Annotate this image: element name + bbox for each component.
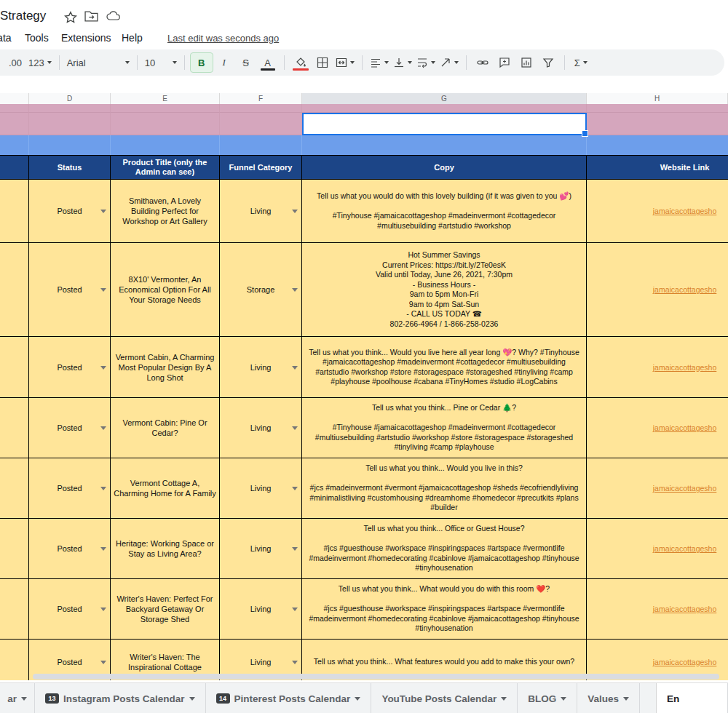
- menu-tools[interactable]: Tools: [25, 32, 49, 44]
- website-link[interactable]: jamaicacottagesho: [653, 484, 717, 493]
- title-cell[interactable]: Vermont Cabin, A Charming Most Popular D…: [111, 337, 220, 398]
- menu-data[interactable]: Data: [0, 32, 12, 44]
- text-wrap-button[interactable]: [414, 53, 438, 72]
- sheet-tab-active-partial[interactable]: En: [656, 683, 728, 713]
- status-cell[interactable]: Posted: [29, 337, 111, 398]
- sheet-tab-blog[interactable]: BLOG: [518, 683, 577, 713]
- dropdown-arrow-icon[interactable]: [292, 366, 298, 370]
- link-cell[interactable]: jamaicacottagesho: [587, 579, 728, 640]
- merge-cells-button[interactable]: [333, 53, 357, 72]
- dropdown-arrow-icon[interactable]: [100, 487, 106, 490]
- menu-extensions[interactable]: Extensions: [61, 32, 111, 44]
- pink-row-1[interactable]: [0, 104, 728, 113]
- strikethrough-button[interactable]: S: [235, 53, 257, 72]
- title-cell[interactable]: Smithaven, A Lovely Building Perfect for…: [111, 180, 220, 243]
- category-cell[interactable]: Storage: [220, 243, 302, 337]
- status-cell[interactable]: Posted: [29, 180, 111, 243]
- star-icon[interactable]: [64, 11, 77, 24]
- title-cell[interactable]: Heritage: Working Space or Stay as Livin…: [111, 519, 220, 579]
- sheet-tab-youtube[interactable]: YouTube Posts Calendar: [371, 683, 518, 713]
- dropdown-arrow-icon[interactable]: [100, 210, 106, 213]
- copy-cell[interactable]: Tell us what you would do with this love…: [302, 180, 587, 243]
- status-cell[interactable]: Posted: [29, 519, 111, 579]
- product-photo[interactable]: [0, 243, 29, 337]
- category-cell[interactable]: Living: [220, 458, 302, 519]
- dropdown-arrow-icon[interactable]: [100, 426, 106, 430]
- column-header-E[interactable]: E: [111, 93, 220, 104]
- category-cell[interactable]: Living: [220, 337, 302, 398]
- bold-button[interactable]: B: [190, 52, 213, 73]
- sheet-tab-values[interactable]: Values: [577, 683, 640, 713]
- dropdown-arrow-icon[interactable]: [100, 288, 106, 292]
- decrease-decimal-button[interactable]: .00: [4, 53, 26, 72]
- sheet-tab-instagram[interactable]: 13 Instagram Posts Calendar: [35, 683, 206, 713]
- dropdown-arrow-icon[interactable]: [292, 547, 298, 551]
- last-edit-link[interactable]: Last edit was seconds ago: [167, 33, 279, 44]
- dropdown-arrow-icon[interactable]: [100, 366, 106, 370]
- fill-color-button[interactable]: [290, 53, 312, 72]
- column-header-G[interactable]: G: [302, 93, 587, 104]
- website-link[interactable]: jamaicacottagesho: [653, 544, 717, 553]
- product-photo[interactable]: [0, 458, 29, 519]
- product-photo[interactable]: [0, 337, 29, 398]
- text-color-button[interactable]: A: [257, 53, 279, 72]
- status-cell[interactable]: Posted: [29, 243, 111, 337]
- status-cell[interactable]: Posted: [29, 579, 111, 640]
- sheet-tab-partial[interactable]: ar: [0, 683, 35, 713]
- dropdown-arrow-icon[interactable]: [292, 661, 298, 664]
- category-cell[interactable]: Living: [220, 519, 302, 579]
- link-cell[interactable]: jamaicacottagesho: [587, 398, 728, 458]
- product-photo[interactable]: [0, 519, 29, 579]
- vertical-align-button[interactable]: [391, 53, 414, 72]
- title-cell[interactable]: Vermont Cottage A, Charming Home for A F…: [111, 458, 220, 519]
- category-cell[interactable]: Living: [220, 579, 302, 640]
- cloud-status-icon[interactable]: [106, 11, 119, 24]
- horizontal-align-button[interactable]: [368, 53, 391, 72]
- copy-cell[interactable]: Hot Summer Savings Current Prices: https…: [302, 243, 587, 337]
- horizontal-scrollbar[interactable]: [33, 674, 719, 680]
- dropdown-arrow-icon[interactable]: [292, 210, 298, 213]
- insert-comment-button[interactable]: [494, 53, 515, 72]
- number-format-button[interactable]: 123: [26, 53, 54, 72]
- title-cell[interactable]: 8X10' Vermonter, An Economical Option Fo…: [111, 243, 220, 337]
- link-cell[interactable]: jamaicacottagesho: [587, 180, 728, 243]
- doc-title[interactable]: Strategy: [0, 9, 46, 23]
- copy-cell[interactable]: Tell us what you think... Would you live…: [302, 458, 587, 519]
- font-family-select[interactable]: Arial: [65, 53, 132, 72]
- link-cell[interactable]: jamaicacottagesho: [587, 243, 728, 337]
- dropdown-arrow-icon[interactable]: [100, 608, 106, 611]
- font-size-select[interactable]: 10: [143, 53, 179, 72]
- website-link[interactable]: jamaicacottagesho: [653, 658, 717, 666]
- dropdown-arrow-icon[interactable]: [292, 608, 298, 611]
- dropdown-arrow-icon[interactable]: [292, 288, 298, 292]
- status-cell[interactable]: Posted: [29, 398, 111, 458]
- functions-button[interactable]: Σ: [570, 53, 592, 72]
- category-cell[interactable]: Living: [220, 398, 302, 458]
- column-header-D[interactable]: D: [29, 93, 111, 104]
- insert-link-button[interactable]: [472, 53, 494, 72]
- create-filter-button[interactable]: [537, 53, 559, 72]
- website-link[interactable]: jamaicacottagesho: [653, 207, 717, 215]
- dropdown-arrow-icon[interactable]: [100, 547, 106, 551]
- copy-cell[interactable]: Tell us what you think... What would you…: [302, 579, 587, 640]
- copy-cell[interactable]: Tell us what you think... Would you live…: [302, 337, 587, 398]
- dropdown-arrow-icon[interactable]: [292, 426, 298, 430]
- product-photo[interactable]: [0, 398, 29, 458]
- copy-cell[interactable]: Tell us what you think... Office or Gues…: [302, 519, 587, 579]
- selected-cell[interactable]: [302, 113, 587, 135]
- link-cell[interactable]: jamaicacottagesho: [587, 337, 728, 398]
- category-cell[interactable]: Living: [220, 180, 302, 243]
- sheet-tab-pinterest[interactable]: 14 Pinterest Posts Calendar: [206, 683, 372, 713]
- fill-handle[interactable]: [582, 130, 588, 137]
- link-cell[interactable]: jamaicacottagesho: [587, 519, 728, 579]
- website-link[interactable]: jamaicacottagesho: [653, 423, 717, 432]
- product-photo[interactable]: [0, 640, 29, 685]
- website-link[interactable]: jamaicacottagesho: [653, 605, 717, 613]
- website-link[interactable]: jamaicacottagesho: [653, 285, 717, 294]
- copy-cell[interactable]: Tell us what you think... Pine or Cedar …: [302, 398, 587, 458]
- menu-help[interactable]: Help: [122, 32, 143, 44]
- text-rotation-button[interactable]: [438, 53, 461, 72]
- product-photo[interactable]: [0, 579, 29, 640]
- product-photo[interactable]: [0, 180, 29, 243]
- borders-button[interactable]: [312, 53, 333, 72]
